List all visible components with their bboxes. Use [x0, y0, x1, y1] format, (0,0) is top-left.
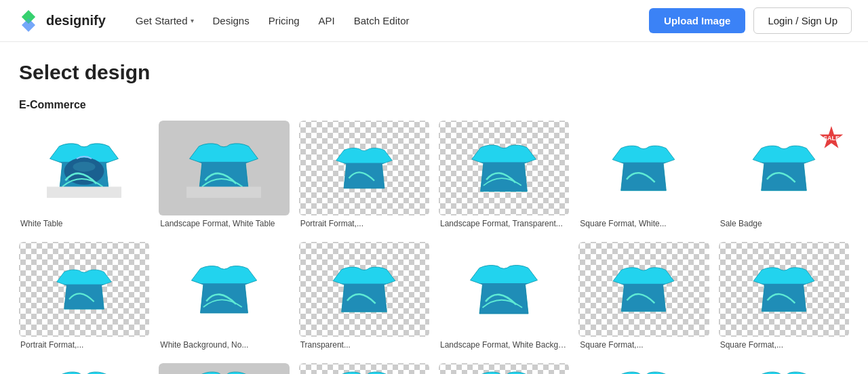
card-label-r2-2: Transparent...: [299, 340, 429, 350]
card-image-r2-4: [578, 242, 709, 337]
card-image-landscape-white-table: [159, 121, 289, 215]
design-card-landscape-white-table[interactable]: Landscape Format, White Table: [159, 121, 289, 228]
card-image-r2-2: [299, 242, 429, 337]
card-label-r2-5: Square Format,...: [719, 340, 849, 350]
design-card-white-table[interactable]: White Table: [19, 121, 149, 228]
svg-rect-8: [186, 187, 261, 199]
design-grid-row1: White Table: [19, 121, 849, 228]
card-image-r3-3: [439, 363, 569, 374]
card-image-white-table: [19, 121, 149, 215]
login-signup-button[interactable]: Login / Sign Up: [753, 7, 852, 34]
design-card-r3-0[interactable]: [19, 363, 149, 374]
design-card-r2-3[interactable]: Landscape Format, White Background, N...: [439, 242, 569, 350]
nav-designs[interactable]: Designs: [205, 9, 258, 32]
nav-pricing[interactable]: Pricing: [260, 9, 308, 32]
header: designify Get Started ▾ Designs Pricing …: [0, 0, 868, 42]
card-image-landscape-transparent: [439, 121, 569, 215]
design-card-r3-4[interactable]: [578, 363, 709, 374]
logo-text: designify: [46, 13, 106, 28]
svg-rect-15: [340, 284, 388, 312]
logo[interactable]: designify: [16, 9, 106, 33]
design-card-r2-5[interactable]: Square Format,...: [719, 242, 849, 350]
card-image-r3-1: [159, 363, 289, 374]
nav-get-started[interactable]: Get Started ▾: [127, 9, 202, 32]
header-actions: Upload Image Login / Sign Up: [649, 7, 852, 34]
design-card-r2-2[interactable]: Transparent...: [299, 242, 429, 350]
section-title-ecommerce: E-Commerce: [19, 99, 849, 111]
nav: Get Started ▾ Designs Pricing API Batch …: [127, 9, 627, 32]
page-title: Select design: [19, 61, 849, 84]
card-image-r3-0: [19, 363, 149, 374]
card-label-landscape-transparent: Landscape Format, Transparent...: [439, 219, 569, 228]
card-image-r3-2: [299, 363, 429, 374]
design-card-r3-2[interactable]: [299, 363, 429, 374]
card-label-sale-badge: Sale Badge: [719, 219, 849, 228]
design-card-r3-3[interactable]: [439, 363, 569, 374]
nav-api[interactable]: API: [311, 9, 343, 32]
card-image-square-white: [578, 121, 709, 215]
svg-point-5: [73, 162, 96, 172]
design-card-landscape-transparent[interactable]: Landscape Format, Transparent...: [439, 121, 569, 228]
svg-rect-9: [342, 163, 385, 189]
card-label-r2-1: White Background, No...: [159, 340, 289, 350]
card-image-r2-0: [19, 242, 149, 337]
design-card-r3-1[interactable]: [159, 363, 289, 374]
main-content: Select design E-Commerce: [0, 42, 868, 374]
card-label-r2-0: Portrait Format,...: [19, 340, 149, 350]
design-card-sale-badge[interactable]: SALE Sale Badge: [719, 121, 849, 228]
design-grid-row2: Portrait Format,... White Background: [19, 242, 849, 350]
svg-rect-17: [620, 284, 667, 312]
svg-rect-6: [47, 187, 121, 199]
logo-icon: [16, 9, 41, 33]
svg-rect-18: [761, 284, 808, 312]
card-label-r2-4: Square Format,...: [578, 340, 709, 350]
design-card-r2-1[interactable]: White Background, No...: [159, 242, 289, 350]
design-card-portrait-transparent[interactable]: Portrait Format,...: [299, 121, 429, 228]
card-label-portrait-transparent: Portrait Format,...: [299, 219, 429, 228]
svg-rect-13: [63, 285, 105, 310]
svg-rect-11: [620, 163, 667, 191]
upload-image-button[interactable]: Upload Image: [649, 8, 745, 33]
design-card-r2-4[interactable]: Square Format,...: [578, 242, 709, 350]
svg-marker-2: [22, 10, 35, 24]
card-image-r2-3: [439, 242, 569, 337]
card-image-r3-5: [719, 363, 849, 374]
nav-batch-editor[interactable]: Batch Editor: [346, 9, 418, 32]
card-image-sale-badge: SALE: [719, 121, 849, 215]
design-card-r3-5[interactable]: [719, 363, 849, 374]
card-image-r2-5: [719, 242, 849, 337]
design-grid-row3: [19, 363, 849, 374]
svg-rect-16: [478, 283, 530, 314]
card-image-r2-1: [159, 242, 289, 337]
card-label-r2-3: Landscape Format, White Background, N...: [439, 340, 569, 350]
card-image-r3-4: [578, 363, 709, 374]
card-label-square-white: Square Format, White...: [578, 219, 709, 228]
card-label-white-table: White Table: [19, 219, 149, 228]
design-card-square-white[interactable]: Square Format, White...: [578, 121, 709, 228]
svg-rect-10: [479, 162, 528, 191]
svg-rect-12: [760, 163, 808, 191]
svg-rect-14: [199, 283, 250, 313]
card-image-portrait-transparent: [299, 121, 429, 215]
card-label-landscape-white-table: Landscape Format, White Table: [159, 219, 289, 228]
chevron-down-icon: ▾: [191, 17, 194, 24]
design-card-r2-0[interactable]: Portrait Format,...: [19, 242, 149, 350]
